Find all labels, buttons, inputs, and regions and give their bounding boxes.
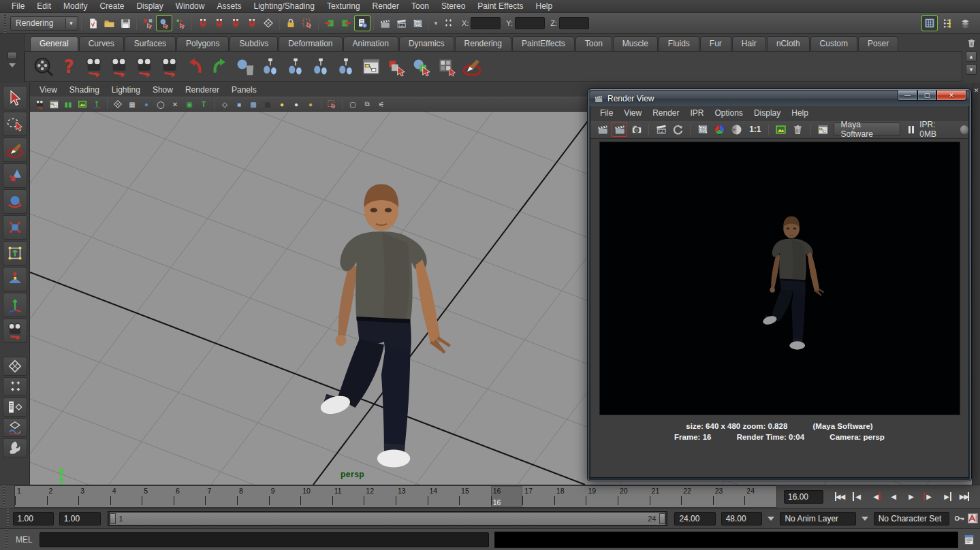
lock-selection-button[interactable] <box>283 15 299 31</box>
play-forwards-button[interactable]: ▶ <box>902 489 919 504</box>
shelf-collapse-icon[interactable] <box>9 63 16 67</box>
menu-display[interactable]: Display <box>130 0 169 12</box>
ik-handle-icon[interactable] <box>334 55 358 78</box>
render-view-menu-render[interactable]: Render <box>647 107 684 119</box>
layout-outliner-persp-icon[interactable] <box>3 398 27 417</box>
minimize-button[interactable]: — <box>898 91 917 101</box>
show-manipulator-icon[interactable] <box>3 293 27 317</box>
range-start-handle[interactable] <box>110 513 116 524</box>
menu-texturing[interactable]: Texturing <box>321 0 366 12</box>
open-render-settings-icon[interactable] <box>815 122 831 137</box>
resolution-gate-icon[interactable]: ● <box>140 98 153 110</box>
timeline-frame-5[interactable]: 5 <box>142 486 174 507</box>
shelf-tab-fluids[interactable]: Fluids <box>659 36 699 51</box>
field-chart-icon[interactable]: ✕ <box>168 98 182 110</box>
menu-assets[interactable]: Assets <box>210 0 247 12</box>
shelf-menu-button[interactable] <box>7 52 17 59</box>
redo-icon[interactable] <box>208 55 232 78</box>
multi-pane-icon[interactable]: ⧉ <box>360 98 374 110</box>
menu-set-selector[interactable]: Rendering ▼ <box>10 16 78 31</box>
range-bar[interactable]: 1 24 <box>110 513 666 525</box>
shelf-scroll-up-icon[interactable]: ▲ <box>966 51 977 62</box>
select-by-hierarchy-button[interactable] <box>140 15 156 31</box>
menu-toon[interactable]: Toon <box>405 0 435 12</box>
render-view-menu-help[interactable]: Help <box>786 107 814 119</box>
shelf-tab-toon[interactable]: Toon <box>575 36 612 51</box>
select-lattice-icon[interactable] <box>435 55 458 78</box>
camera-roll-icon[interactable] <box>158 55 181 78</box>
snap-to-view-planes-button[interactable] <box>244 15 260 31</box>
toolbar-drag-handle[interactable] <box>3 13 7 33</box>
auto-keyframe-icon[interactable] <box>966 511 980 526</box>
real-size-label[interactable]: 1:1 <box>746 125 764 134</box>
menu-create[interactable]: Create <box>93 0 130 12</box>
timeline-frame-8[interactable]: 8 <box>237 486 269 507</box>
timeline-frame-10[interactable]: 10 <box>300 486 332 507</box>
timeline-frame-21[interactable]: 21 <box>650 486 682 507</box>
animation-end-field[interactable]: 48.00 <box>721 512 763 525</box>
keep-image-icon[interactable] <box>773 122 789 137</box>
shelf-tab-fur[interactable]: Fur <box>700 36 731 51</box>
menu-render[interactable]: Render <box>366 0 405 12</box>
timeline-frame-12[interactable]: 12 <box>364 486 396 507</box>
timeline-frame-24[interactable]: 24 <box>744 486 776 507</box>
panel-menu-view[interactable]: View <box>39 84 64 96</box>
select-by-component-button[interactable] <box>172 15 189 31</box>
chevron-down-icon[interactable]: ▼ <box>433 20 439 27</box>
custom-layout-icon[interactable] <box>3 438 27 457</box>
command-results-field[interactable] <box>494 532 958 548</box>
paint-effects-icon[interactable] <box>460 55 484 78</box>
cluster-icon[interactable] <box>259 55 282 78</box>
panel-menu-renderer[interactable]: Renderer <box>185 84 226 96</box>
step-back-frame-button[interactable]: ◀ <box>849 489 866 504</box>
shelf-tab-painteffects[interactable]: PaintEffects <box>512 36 575 51</box>
panel-menu-panels[interactable]: Panels <box>232 84 264 96</box>
menu-help[interactable]: Help <box>530 0 559 12</box>
move-tool-icon[interactable] <box>3 163 27 188</box>
render-settings-button[interactable] <box>409 15 426 31</box>
step-back-key-button[interactable]: ◀ <box>867 489 884 504</box>
channel-box-button[interactable] <box>957 15 973 31</box>
timeline-frame-15[interactable]: 15 <box>459 486 491 507</box>
step-forward-key-button[interactable]: ▶ <box>920 489 937 504</box>
timeline-frame-4[interactable]: 4 <box>110 486 142 507</box>
snapshot-icon[interactable] <box>629 122 644 137</box>
wireframe-icon[interactable]: ◇ <box>218 98 232 110</box>
close-panel-icon[interactable]: ✕ <box>974 87 979 94</box>
tool-settings-button[interactable] <box>939 15 955 31</box>
delete-object-icon[interactable] <box>234 55 257 78</box>
snap-to-grids-button[interactable] <box>195 15 211 31</box>
pause-ipr-icon[interactable] <box>908 126 914 133</box>
new-scene-button[interactable] <box>84 15 101 31</box>
film-gate-icon[interactable]: ▦ <box>125 98 139 110</box>
select-camera-icon[interactable] <box>33 98 46 110</box>
universal-manipulator-icon[interactable] <box>3 241 27 265</box>
menu-edit[interactable]: Edit <box>31 0 57 12</box>
anim-layer-selector[interactable]: No Anim Layer <box>780 512 855 525</box>
menu-window[interactable]: Window <box>170 0 211 12</box>
render-view-titlebar[interactable]: Render View — ▢ ✕ <box>590 91 969 106</box>
safe-action-icon[interactable]: ▣ <box>183 98 196 110</box>
animation-start-field[interactable]: 1.00 <box>13 512 54 525</box>
default-light-icon[interactable]: ● <box>289 98 303 110</box>
paint-select-tool-icon[interactable] <box>3 138 27 162</box>
shelf-tab-animation[interactable]: Animation <box>343 36 398 51</box>
shelf-tab-polygons[interactable]: Polygons <box>176 36 229 51</box>
alpha-channel-icon[interactable] <box>729 122 744 137</box>
menu-paint-effects[interactable]: Paint Effects <box>471 0 529 12</box>
rendered-image[interactable] <box>599 142 960 415</box>
grid-icon[interactable] <box>111 98 125 110</box>
select-tool-icon[interactable] <box>3 86 27 110</box>
open-scene-button[interactable] <box>101 15 117 31</box>
x-coordinate-field[interactable] <box>471 17 501 29</box>
render-current-frame-button[interactable] <box>377 15 393 31</box>
redo-previous-render-icon[interactable] <box>612 122 627 137</box>
playback-options-icon[interactable] <box>768 517 774 521</box>
rgb-channels-icon[interactable] <box>712 122 727 137</box>
shelf-tab-surfaces[interactable]: Surfaces <box>125 36 176 51</box>
menu-file[interactable]: File <box>5 0 31 12</box>
share-view-icon[interactable]: ⚟ <box>375 98 388 110</box>
character-set-selector[interactable]: No Character Set <box>874 512 949 525</box>
maximize-button[interactable]: ▢ <box>917 91 936 101</box>
ipr-render-icon[interactable] <box>653 122 669 137</box>
